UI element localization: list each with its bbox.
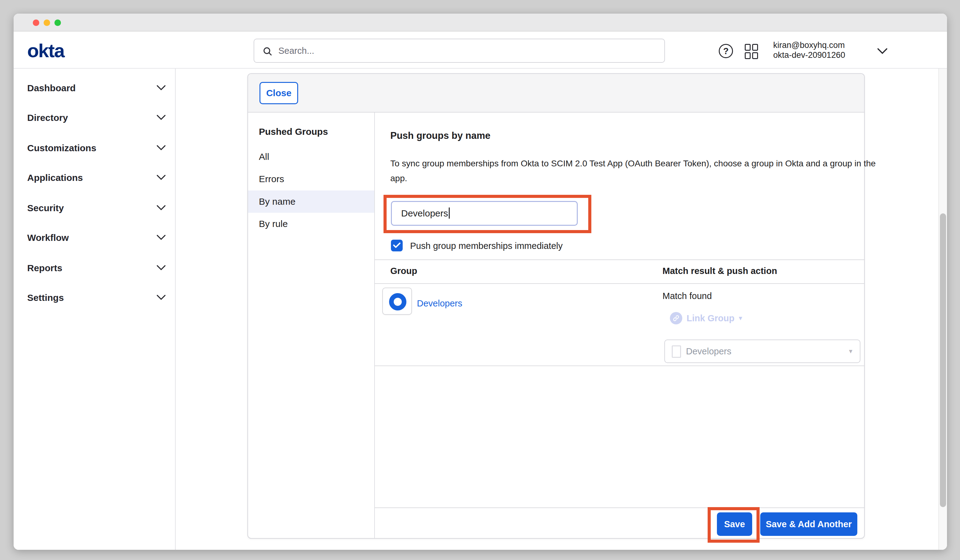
table-header-border <box>375 283 864 284</box>
nav-item-errors[interactable]: Errors <box>248 168 374 190</box>
match-result-text: Match found <box>662 291 712 301</box>
table-row-border <box>375 365 864 366</box>
footer-divider <box>375 507 864 508</box>
sidebar-item-security[interactable]: Security <box>14 197 175 219</box>
pushed-groups-nav: Pushed Groups All Errors By name By rule <box>248 112 375 538</box>
sidebar-item-applications[interactable]: Applications <box>14 167 175 189</box>
group-name-input-value: Developers <box>401 208 448 218</box>
chevron-down-icon <box>157 85 166 91</box>
sidebar-item-settings[interactable]: Settings <box>14 287 175 309</box>
push-groups-dialog: Close Pushed Groups All Errors By name B… <box>247 73 865 539</box>
grid-square <box>745 52 750 59</box>
account-org: okta-dev-20901260 <box>773 50 866 60</box>
dialog-description: To sync group memberships from Okta to S… <box>390 156 879 186</box>
app-group-select-value: Developers <box>686 340 731 362</box>
push-immediately-label: Push group memberships immediately <box>410 241 563 251</box>
window-minimize-button[interactable] <box>43 19 50 26</box>
chevron-down-icon <box>157 294 166 300</box>
sidebar-item-label: Workflow <box>27 232 69 243</box>
group-avatar-donut-icon <box>389 293 406 310</box>
sidebar-item-reports[interactable]: Reports <box>14 257 175 280</box>
sidebar-nav: Dashboard Directory Customizations Appli… <box>14 69 175 550</box>
chevron-down-icon <box>157 114 166 120</box>
group-icon <box>382 288 412 315</box>
search-icon <box>262 46 273 57</box>
dialog-heading: Push groups by name <box>390 130 491 141</box>
window-zoom-button[interactable] <box>54 19 61 26</box>
scrollbar-thumb[interactable] <box>940 213 946 507</box>
sidebar-item-customizations[interactable]: Customizations <box>14 137 175 160</box>
sidebar-item-workflow[interactable]: Workflow <box>14 227 175 249</box>
account-menu[interactable]: kiran@boxyhq.com okta-dev-20901260 <box>773 40 866 60</box>
dialog-toolbar: Close <box>248 74 864 112</box>
nav-item-by-name[interactable]: By name <box>248 190 374 213</box>
grid-square <box>752 44 758 51</box>
push-immediately-checkbox[interactable] <box>391 240 403 251</box>
sidebar-item-label: Security <box>27 203 64 213</box>
link-group-button[interactable]: Link Group ▾ <box>670 312 742 324</box>
caret-down-icon: ▾ <box>849 340 852 362</box>
caret-down-icon: ▾ <box>739 314 742 322</box>
nav-item-all[interactable]: All <box>248 146 374 168</box>
column-header-group: Group <box>390 266 417 276</box>
save-add-another-button[interactable]: Save & Add Another <box>760 512 857 536</box>
pushed-groups-title: Pushed Groups <box>259 126 328 137</box>
sidebar-divider <box>175 69 176 550</box>
app-header: okta ? kiran@boxyhq.com okta-dev-2090126… <box>14 32 947 69</box>
chevron-down-icon <box>157 265 166 270</box>
chevron-down-icon <box>877 48 888 54</box>
window-close-button[interactable] <box>33 19 39 26</box>
browser-window: okta ? kiran@boxyhq.com okta-dev-2090126… <box>14 14 947 550</box>
sidebar-item-label: Customizations <box>27 143 96 154</box>
scrollbar-track[interactable] <box>938 69 947 550</box>
search-input[interactable] <box>278 40 659 62</box>
text-cursor <box>449 208 450 219</box>
group-name-input[interactable]: Developers <box>391 201 578 226</box>
account-email: kiran@boxyhq.com <box>773 40 866 50</box>
close-button[interactable]: Close <box>259 82 298 104</box>
nav-item-by-rule[interactable]: By rule <box>248 213 374 235</box>
grid-square <box>752 52 758 59</box>
chevron-down-icon <box>157 145 166 150</box>
apps-grid-icon[interactable] <box>745 44 760 59</box>
link-group-label: Link Group <box>686 313 734 323</box>
okta-logo: okta <box>27 40 64 62</box>
chevron-down-icon <box>157 205 166 211</box>
global-search <box>254 38 665 63</box>
chain-link-icon <box>670 312 682 324</box>
table-top-border <box>375 259 864 260</box>
sidebar-item-label: Dashboard <box>27 83 76 93</box>
sidebar-item-label: Reports <box>27 263 62 274</box>
sidebar-item-label: Settings <box>27 293 64 303</box>
sidebar-item-label: Applications <box>27 173 83 183</box>
help-icon[interactable]: ? <box>719 44 733 58</box>
column-header-match-result: Match result & push action <box>662 266 777 276</box>
sidebar-item-directory[interactable]: Directory <box>14 107 175 129</box>
group-link[interactable]: Developers <box>417 298 462 309</box>
desktop-background: okta ? kiran@boxyhq.com okta-dev-2090126… <box>0 0 960 560</box>
chevron-down-icon <box>157 174 166 180</box>
checkmark-icon <box>393 242 401 249</box>
save-button[interactable]: Save <box>717 512 752 536</box>
sidebar-item-dashboard[interactable]: Dashboard <box>14 77 175 99</box>
group-placeholder-icon <box>672 346 681 358</box>
chevron-down-icon <box>157 234 166 240</box>
grid-square <box>745 44 750 51</box>
window-titlebar <box>14 14 947 32</box>
app-group-select[interactable]: Developers ▾ <box>664 339 861 363</box>
sidebar-item-label: Directory <box>27 112 68 123</box>
